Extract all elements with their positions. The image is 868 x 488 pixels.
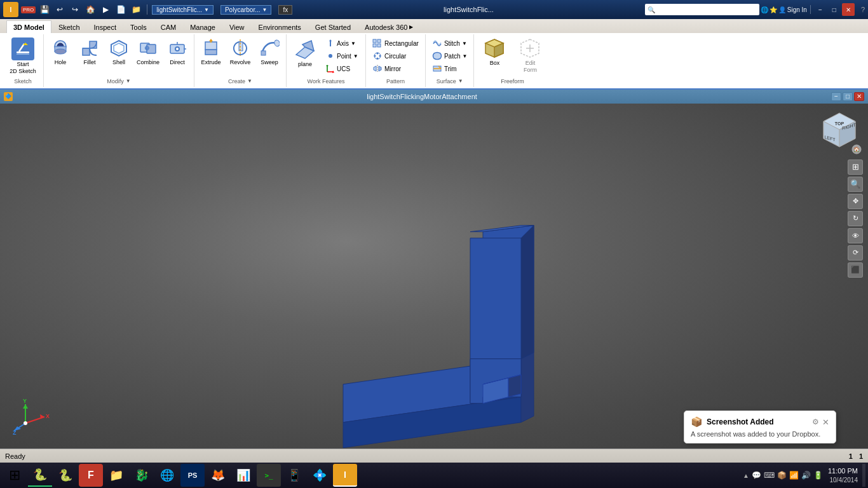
tray-battery-icon[interactable]: 🔋	[813, 471, 823, 480]
notif-settings-btn[interactable]: ⚙	[812, 417, 819, 427]
undo-btn[interactable]: ↩	[53, 4, 66, 15]
ucs-btn[interactable]: UCS	[323, 63, 362, 74]
maximize-btn[interactable]: □	[828, 3, 841, 16]
tab-3d-model[interactable]: 3D Model	[6, 20, 51, 33]
start-2d-sketch-btn[interactable]: Start2D Sketch	[6, 36, 39, 77]
clock[interactable]: 11:00 PM 10/4/2014	[828, 466, 858, 484]
minimize-btn[interactable]: −	[814, 3, 827, 16]
home-btn[interactable]: 🏠	[84, 4, 97, 15]
open-btn[interactable]: 📁	[130, 4, 142, 15]
viewport-close[interactable]: ✕	[854, 92, 864, 101]
taskbar-chrome[interactable]: 🌐	[155, 464, 179, 487]
viewport-3d[interactable]: TOP LEFT RIGHT 🏠 ⊞ 🔍 ✥ ↻ 👁 ⟳	[0, 104, 868, 449]
viewport-maximize[interactable]: □	[843, 92, 853, 101]
sweep-btn[interactable]: Sweep	[255, 37, 283, 67]
patch-btn[interactable]: Patch ▼	[430, 50, 470, 62]
nav-cube[interactable]: TOP LEFT RIGHT 🏠	[817, 110, 862, 154]
svg-rect-24	[239, 42, 243, 51]
surface-group-label[interactable]: Surface ▼	[430, 77, 470, 86]
tray-chat-icon[interactable]: 💬	[752, 471, 761, 480]
tray-expand-btn[interactable]: ▲	[743, 472, 749, 479]
tab-inspect[interactable]: Inspect	[87, 20, 123, 33]
tray-network-icon[interactable]: 📶	[789, 471, 799, 480]
sign-in-btn[interactable]: 👤 Sign In	[778, 6, 807, 13]
taskbar-device[interactable]: 📱	[282, 464, 306, 487]
work-features-group-label: Work Features	[290, 77, 362, 86]
tray-volume-icon[interactable]: 🔊	[801, 471, 811, 480]
tab-tools[interactable]: Tools	[123, 20, 154, 33]
taskbar-inventor[interactable]: I	[333, 464, 357, 487]
svg-rect-26	[261, 51, 266, 55]
plane-btn[interactable]: plane	[290, 37, 320, 76]
trim-btn[interactable]: Trim	[430, 63, 470, 74]
title-bar-left: I PRO 💾 ↩ ↪ 🏠 ▶ 📄 📁 lightSwitchFlic... ▼…	[3, 2, 292, 17]
taskbar-firefox[interactable]: 🦊	[206, 464, 230, 487]
new-btn[interactable]: 📄	[114, 4, 127, 15]
tab-get-started[interactable]: Get Started	[308, 20, 358, 33]
tray-dropbox-icon[interactable]: 📦	[777, 471, 787, 480]
file-dropdown-2[interactable]: Polycarbor... ▼	[220, 5, 272, 15]
tab-view[interactable]: View	[222, 20, 252, 33]
help-icon[interactable]: ?	[861, 6, 865, 13]
combine-btn[interactable]: ⊕ Combine	[134, 37, 162, 67]
taskbar-terminal[interactable]: >_	[257, 464, 281, 487]
taskbar-python-yellow[interactable]: 🐍	[28, 464, 52, 487]
taskbar-powershell[interactable]: PS	[180, 464, 205, 487]
svg-rect-21	[205, 42, 217, 50]
file-dropdown-1[interactable]: lightSwitchFlic... ▼	[152, 5, 214, 15]
rectangular-pattern-btn[interactable]: Rectangular	[370, 37, 421, 49]
viewport-minimize[interactable]: −	[831, 92, 841, 101]
pan-btn[interactable]: ✥	[848, 194, 863, 209]
tab-manage[interactable]: Manage	[183, 20, 222, 33]
circular-pattern-btn[interactable]: Circular	[370, 50, 421, 62]
search-box[interactable]: 🔍	[645, 4, 759, 15]
redo-btn[interactable]: ↪	[69, 4, 81, 15]
taskbar-explorer[interactable]: 📁	[104, 464, 128, 487]
axis-btn[interactable]: Axis ▼	[323, 37, 362, 49]
tray-keyboard-icon[interactable]: ⌨	[764, 471, 775, 480]
stitch-btn[interactable]: Stitch ▼	[430, 37, 470, 49]
tab-cam[interactable]: CAM	[154, 20, 183, 33]
taskbar-flash[interactable]: F	[79, 464, 103, 487]
status-text: Ready	[5, 452, 843, 460]
tab-sketch[interactable]: Sketch	[51, 20, 87, 33]
hole-btn[interactable]: Hole	[46, 37, 74, 67]
point-btn[interactable]: Point ▼	[323, 50, 362, 62]
formula-btn[interactable]: fx	[278, 5, 292, 15]
notif-close-btn[interactable]: ✕	[822, 417, 829, 427]
tab-environments[interactable]: Environments	[252, 20, 308, 33]
revolve-btn[interactable]: Revolve	[226, 37, 254, 67]
mirror-btn[interactable]: Mirror	[370, 63, 421, 74]
taskbar-python-blue[interactable]: 🐍	[53, 464, 78, 487]
taskbar-blueapp[interactable]: 💠	[308, 464, 332, 487]
search-input[interactable]	[655, 6, 757, 13]
orbit-btn[interactable]: ↻	[848, 211, 863, 226]
ribbon-content: Start2D Sketch Sketch	[0, 33, 868, 90]
shell-btn[interactable]: Shell	[105, 37, 133, 67]
tab-autodesk-360[interactable]: Autodesk 360 ▶	[358, 20, 420, 33]
walk-btn[interactable]: ⬛	[848, 262, 863, 278]
start-btn[interactable]: ⊞	[3, 464, 27, 487]
zoom-btn[interactable]: 🔍	[848, 177, 863, 192]
taskbar-spreadsheet[interactable]: 📊	[231, 464, 255, 487]
svg-point-17	[176, 48, 179, 50]
extrude-btn[interactable]: Extrude	[197, 37, 225, 67]
close-btn[interactable]: ✕	[842, 3, 855, 16]
free-orbit-btn[interactable]: ⟳	[848, 245, 863, 261]
create-group-label[interactable]: Create ▼	[197, 77, 283, 86]
direct-btn[interactable]: Direct	[163, 37, 191, 67]
modify-group-label[interactable]: Modify ▼	[46, 77, 191, 86]
box-btn[interactable]: Box	[478, 36, 511, 77]
viewport-title-bar: 🔷 lightSwitchFlickingMotorAttachment − □…	[0, 90, 868, 104]
ribbon-group-freeform: Box EditForm Freeform	[474, 34, 550, 87]
taskbar-app5[interactable]: 🐉	[130, 464, 154, 487]
svg-marker-48	[379, 66, 381, 71]
look-at-btn[interactable]: 👁	[848, 228, 863, 243]
show-desktop-btn[interactable]	[862, 464, 865, 487]
zoom-extents-btn[interactable]: ⊞	[848, 159, 863, 175]
save-btn[interactable]: 💾	[38, 4, 51, 15]
play-btn[interactable]: ▶	[99, 4, 112, 15]
svg-rect-0	[17, 51, 29, 53]
edit-form-btn[interactable]: EditForm	[513, 36, 546, 77]
fillet-btn[interactable]: Fillet	[76, 37, 104, 67]
